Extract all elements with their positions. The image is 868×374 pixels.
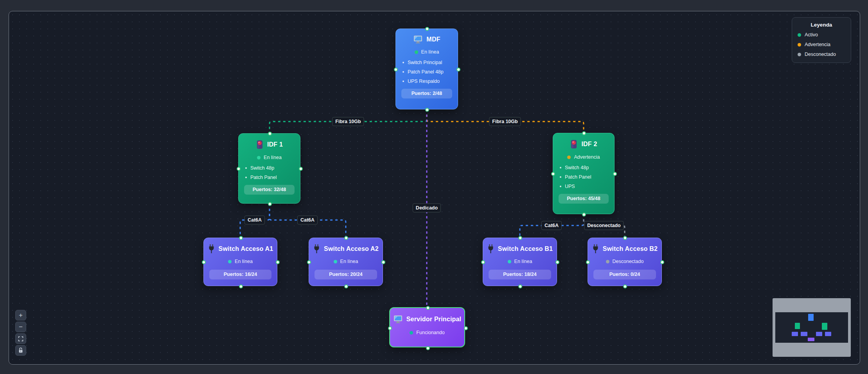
- node-item: Switch 48p: [560, 165, 614, 170]
- status-label: En línea: [514, 259, 532, 264]
- handle-right[interactable]: [456, 68, 460, 72]
- handle-top[interactable]: [518, 236, 522, 240]
- node-sw-a2[interactable]: Switch Acceso A2En líneaPuertos: 20/24: [309, 238, 383, 286]
- minimap[interactable]: [773, 298, 851, 357]
- node-header: IDF 2: [570, 139, 597, 149]
- handle-bottom[interactable]: [239, 285, 243, 288]
- node-header: Switch Acceso A1: [208, 244, 273, 254]
- status-dot: [508, 260, 511, 263]
- node-sw-b1[interactable]: Switch Acceso B1En líneaPuertos: 18/24: [483, 238, 557, 286]
- handle-top[interactable]: [623, 236, 627, 240]
- handle-left[interactable]: [551, 172, 555, 176]
- ports-badge: Puertos: 20/24: [314, 270, 377, 279]
- edge-label-mdf-server: Dedicado: [413, 204, 441, 213]
- handle-right[interactable]: [613, 172, 617, 176]
- handle-right[interactable]: [660, 260, 664, 264]
- legend-item: Advertencia: [798, 42, 851, 47]
- node-item-label: Patch Panel: [250, 175, 277, 180]
- handle-top[interactable]: [425, 27, 429, 31]
- handle-bottom[interactable]: [268, 202, 272, 206]
- node-mdf[interactable]: MDFEn líneaSwitch PrincipalPatch Panel 4…: [395, 29, 458, 109]
- handle-left[interactable]: [481, 260, 485, 264]
- handle-bottom[interactable]: [426, 346, 430, 350]
- node-item-label: Patch Panel: [565, 174, 591, 180]
- node-header: Switch Acceso A2: [313, 244, 379, 254]
- handle-bottom[interactable]: [582, 213, 586, 217]
- status-label: Desconectado: [613, 259, 644, 264]
- handle-left[interactable]: [202, 260, 206, 264]
- node-title: Switch Acceso B2: [603, 245, 658, 252]
- legend-dot: [798, 53, 801, 56]
- rack-icon: [570, 139, 578, 149]
- node-idf1[interactable]: IDF 1En líneaSwitch 48pPatch PanelPuerto…: [238, 133, 300, 204]
- zoom-in-button[interactable]: +: [15, 310, 26, 320]
- fit-view-button[interactable]: [15, 333, 26, 344]
- bullet-icon: [560, 176, 561, 178]
- ports-badge: Puertos: 0/24: [593, 270, 656, 279]
- status-dot: [410, 331, 413, 335]
- flow-canvas[interactable]: Fibra 10GbFibra 10GbDedicadoCat6ACat6ACa…: [9, 11, 860, 365]
- bullet-icon: [560, 186, 561, 187]
- ports-badge: Puertos: 45/48: [559, 194, 609, 204]
- handle-right[interactable]: [276, 260, 280, 264]
- legend-title: Leyenda: [792, 22, 851, 28]
- node-title: Switch Acceso A1: [219, 245, 273, 252]
- handle-bottom[interactable]: [623, 285, 627, 288]
- node-item: Patch Panel: [560, 174, 614, 180]
- handle-top[interactable]: [426, 306, 430, 310]
- handle-left[interactable]: [307, 260, 311, 264]
- plug-icon: [208, 244, 215, 254]
- node-status: Desconectado: [606, 259, 644, 264]
- status-dot: [567, 156, 571, 159]
- edge-label-mdf-idf2: Fibra 10Gb: [489, 117, 521, 126]
- handle-top[interactable]: [268, 132, 272, 136]
- ports-badge: Puertos: 32/48: [244, 185, 295, 195]
- handle-bottom[interactable]: [518, 285, 522, 288]
- plus-icon: +: [19, 312, 23, 319]
- handle-top[interactable]: [582, 131, 586, 135]
- node-idf2[interactable]: IDF 2AdvertenciaSwitch 48pPatch PanelUPS…: [553, 133, 615, 214]
- node-server[interactable]: Servidor PrincipalFuncionando: [389, 307, 465, 347]
- bullet-icon: [403, 62, 404, 63]
- handle-left[interactable]: [237, 167, 241, 171]
- status-label: En línea: [340, 259, 358, 264]
- node-item: UPS Respaldo: [403, 79, 458, 84]
- handle-left[interactable]: [394, 68, 398, 72]
- node-item-label: UPS: [565, 184, 575, 189]
- legend-items: ActivoAdvertenciaDesconectado: [792, 32, 851, 57]
- legend-item: Desconectado: [798, 52, 851, 57]
- node-sw-a1[interactable]: Switch Acceso A1En líneaPuertos: 16/24: [203, 238, 277, 286]
- handle-bottom[interactable]: [344, 285, 348, 288]
- status-dot: [257, 156, 261, 159]
- status-dot: [606, 260, 609, 263]
- node-header: IDF 1: [256, 140, 283, 150]
- lock-button[interactable]: [15, 345, 26, 356]
- handle-left[interactable]: [586, 260, 590, 264]
- flow-controls: + −: [15, 310, 26, 356]
- zoom-out-button[interactable]: −: [15, 322, 26, 332]
- legend-dot: [798, 33, 801, 37]
- ports-badge: Puertos: 16/24: [209, 270, 271, 279]
- handle-bottom[interactable]: [425, 108, 429, 112]
- node-item-label: Switch 48p: [565, 165, 589, 170]
- legend-panel: Leyenda ActivoAdvertenciaDesconectado: [792, 17, 851, 63]
- handle-left[interactable]: [388, 326, 392, 330]
- node-header: Servidor Principal: [393, 315, 462, 324]
- edge-label-idf2-b1: Cat6A: [541, 221, 562, 230]
- bullet-icon: [403, 71, 404, 73]
- node-status: Funcionando: [410, 330, 444, 335]
- node-sw-b2[interactable]: Switch Acceso B2DesconectadoPuertos: 0/2…: [588, 238, 662, 286]
- handle-right[interactable]: [555, 260, 559, 264]
- status-dot: [228, 260, 232, 263]
- node-item-list: Switch 48pPatch Panel: [239, 160, 300, 180]
- node-status: En línea: [415, 49, 439, 55]
- node-status: En línea: [508, 259, 532, 264]
- plug-icon: [487, 244, 494, 254]
- handle-top[interactable]: [344, 236, 348, 240]
- handle-right[interactable]: [299, 167, 303, 171]
- handle-right[interactable]: [464, 326, 468, 330]
- status-dot: [415, 50, 418, 54]
- node-title: Servidor Principal: [406, 316, 462, 323]
- handle-top[interactable]: [239, 236, 243, 240]
- handle-right[interactable]: [381, 260, 385, 264]
